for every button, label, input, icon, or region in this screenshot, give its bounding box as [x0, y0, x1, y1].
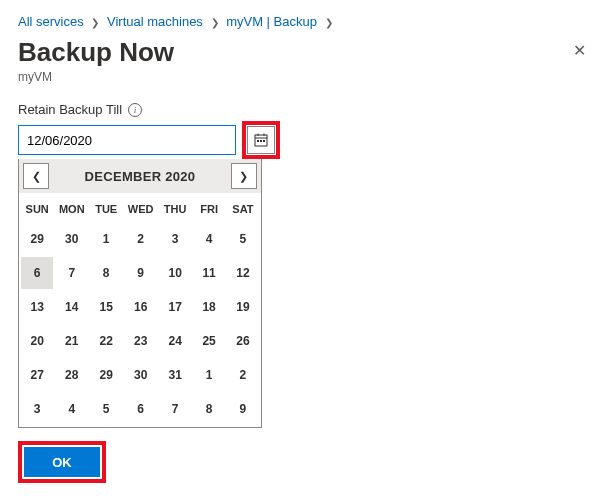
calendar-day-header: FRI — [193, 195, 225, 221]
calendar-day-cell[interactable]: 29 — [90, 359, 122, 391]
breadcrumb-link-virtual-machines[interactable]: Virtual machines — [107, 14, 203, 29]
calendar-day-cell[interactable]: 11 — [193, 257, 225, 289]
calendar-day-header: MON — [55, 195, 88, 221]
calendar-day-cell[interactable]: 3 — [159, 223, 191, 255]
calendar-day-cell[interactable]: 4 — [55, 393, 88, 425]
calendar-day-cell[interactable]: 20 — [21, 325, 53, 357]
close-icon[interactable]: ✕ — [565, 37, 594, 64]
ok-button[interactable]: OK — [24, 447, 100, 477]
calendar-prev-button[interactable]: ❮ — [23, 163, 49, 189]
calendar-day-cell[interactable]: 7 — [55, 257, 88, 289]
calendar-day-cell[interactable]: 26 — [227, 325, 259, 357]
calendar-day-cell[interactable]: 5 — [90, 393, 122, 425]
retain-backup-label: Retain Backup Till i — [18, 102, 594, 117]
calendar-day-cell[interactable]: 10 — [159, 257, 191, 289]
calendar-day-cell[interactable]: 3 — [21, 393, 53, 425]
calendar-day-cell[interactable]: 14 — [55, 291, 88, 323]
svg-rect-5 — [260, 140, 262, 142]
retain-backup-date-input[interactable] — [18, 125, 236, 155]
calendar-day-cell[interactable]: 8 — [193, 393, 225, 425]
calendar-day-header: THU — [159, 195, 191, 221]
page-title: Backup Now — [18, 37, 174, 68]
calendar-day-cell[interactable]: 22 — [90, 325, 122, 357]
calendar-day-cell[interactable]: 2 — [227, 359, 259, 391]
calendar-day-cell[interactable]: 6 — [124, 393, 157, 425]
calendar-day-cell[interactable]: 27 — [21, 359, 53, 391]
page-subtitle: myVM — [18, 70, 594, 84]
calendar-day-cell[interactable]: 24 — [159, 325, 191, 357]
calendar-popup: ❮ DECEMBER 2020 ❯ SUNMONTUEWEDTHUFRISAT … — [18, 159, 262, 428]
highlight-calendar-button — [242, 121, 280, 159]
calendar-day-cell[interactable]: 30 — [55, 223, 88, 255]
calendar-day-cell[interactable]: 16 — [124, 291, 157, 323]
chevron-right-icon: ❯ — [325, 17, 333, 28]
calendar-day-cell[interactable]: 29 — [21, 223, 53, 255]
calendar-day-cell[interactable]: 1 — [193, 359, 225, 391]
calendar-day-cell[interactable]: 7 — [159, 393, 191, 425]
calendar-day-header: SAT — [227, 195, 259, 221]
calendar-day-cell[interactable]: 12 — [227, 257, 259, 289]
breadcrumb-link-myvm-backup[interactable]: myVM | Backup — [226, 14, 317, 29]
retain-backup-label-text: Retain Backup Till — [18, 102, 122, 117]
calendar-day-cell[interactable]: 15 — [90, 291, 122, 323]
calendar-month-label: DECEMBER 2020 — [85, 169, 196, 184]
calendar-day-cell[interactable]: 31 — [159, 359, 191, 391]
calendar-icon — [254, 133, 268, 147]
calendar-grid: SUNMONTUEWEDTHUFRISAT 293012345678910111… — [19, 193, 261, 427]
calendar-day-cell[interactable]: 19 — [227, 291, 259, 323]
chevron-right-icon: ❯ — [239, 170, 248, 183]
calendar-day-cell[interactable]: 9 — [124, 257, 157, 289]
calendar-day-cell[interactable]: 30 — [124, 359, 157, 391]
calendar-day-cell[interactable]: 18 — [193, 291, 225, 323]
svg-rect-6 — [263, 140, 265, 142]
calendar-day-cell[interactable]: 1 — [90, 223, 122, 255]
highlight-ok-button: OK — [18, 441, 106, 483]
calendar-day-cell[interactable]: 9 — [227, 393, 259, 425]
calendar-day-cell[interactable]: 28 — [55, 359, 88, 391]
calendar-day-header: SUN — [21, 195, 53, 221]
calendar-day-header: TUE — [90, 195, 122, 221]
svg-rect-4 — [257, 140, 259, 142]
calendar-day-cell[interactable]: 21 — [55, 325, 88, 357]
chevron-right-icon: ❯ — [91, 17, 99, 28]
calendar-day-header: WED — [124, 195, 157, 221]
calendar-day-cell[interactable]: 5 — [227, 223, 259, 255]
calendar-next-button[interactable]: ❯ — [231, 163, 257, 189]
calendar-day-cell[interactable]: 17 — [159, 291, 191, 323]
calendar-day-cell[interactable]: 23 — [124, 325, 157, 357]
breadcrumb-link-all-services[interactable]: All services — [18, 14, 84, 29]
breadcrumb: All services ❯ Virtual machines ❯ myVM |… — [18, 14, 594, 29]
calendar-day-cell[interactable]: 2 — [124, 223, 157, 255]
calendar-day-cell[interactable]: 13 — [21, 291, 53, 323]
calendar-day-cell[interactable]: 4 — [193, 223, 225, 255]
calendar-day-cell[interactable]: 8 — [90, 257, 122, 289]
calendar-day-cell[interactable]: 6 — [21, 257, 53, 289]
calendar-day-cell[interactable]: 25 — [193, 325, 225, 357]
chevron-right-icon: ❯ — [211, 17, 219, 28]
calendar-picker-button[interactable] — [247, 126, 275, 154]
chevron-left-icon: ❮ — [32, 170, 41, 183]
info-icon[interactable]: i — [128, 103, 142, 117]
